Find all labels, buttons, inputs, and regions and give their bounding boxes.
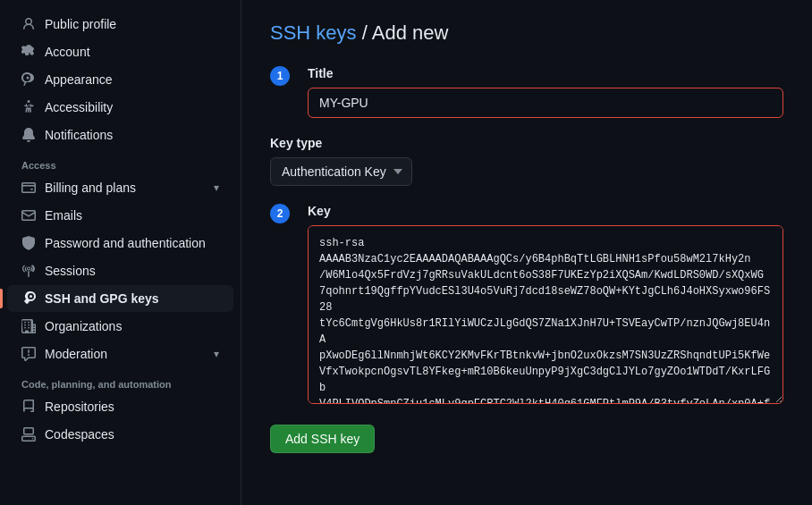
sidebar-item-label: Billing and plans	[45, 181, 136, 195]
report-icon	[21, 347, 36, 361]
title-form-group: 1 Title	[270, 66, 783, 118]
sidebar-item-ssh-gpg[interactable]: SSH and GPG keys	[7, 285, 233, 312]
person-icon	[21, 17, 36, 31]
credit-card-icon	[21, 181, 36, 195]
sidebar-item-label: Notifications	[45, 128, 113, 142]
sidebar-item-label: Organizations	[45, 319, 122, 333]
key-textarea[interactable]: ssh-rsa AAAAB3NzaC1yc2EAAAADAQABAAAgQCs/…	[308, 225, 783, 404]
paintbrush-icon	[21, 72, 36, 87]
step2-indicator: 2	[270, 204, 290, 223]
sidebar-item-label: Sessions	[45, 264, 96, 278]
sidebar-item-sessions[interactable]: Sessions	[7, 257, 233, 284]
sidebar-item-emails[interactable]: Emails	[7, 202, 233, 229]
key-icon	[21, 291, 36, 306]
sidebar-item-label: Accessibility	[45, 100, 113, 114]
code-section-label: Code, planning, and automation	[7, 368, 233, 393]
sidebar-item-account[interactable]: Account	[7, 38, 233, 65]
codespaces-icon	[21, 427, 36, 442]
key-label: Key	[308, 204, 783, 218]
main-content: SSH keys / Add new 1 Title Key type Auth…	[241, 0, 812, 505]
sidebar-item-label: Codespaces	[45, 427, 114, 442]
add-ssh-key-button[interactable]: Add SSH key	[270, 425, 375, 453]
key-form-row: 2 Key ssh-rsa AAAAB3NzaC1yc2EAAAADAQABAA…	[270, 204, 783, 407]
key-type-label: Key type	[270, 136, 783, 150]
title-label: Title	[308, 66, 783, 80]
sidebar-item-label: Repositories	[45, 400, 114, 414]
key-type-form-group: Key type Authentication Key Signing Key	[270, 136, 783, 186]
sidebar-item-codespaces[interactable]: Codespaces	[7, 421, 233, 448]
step1-indicator: 1	[270, 66, 290, 86]
sidebar-item-label: Emails	[45, 208, 82, 223]
sidebar-item-label: Appearance	[45, 72, 113, 87]
sidebar: Public profile Account Appearance Access…	[0, 0, 241, 505]
title-input[interactable]	[308, 88, 783, 118]
sidebar-code-section: Repositories Codespaces	[0, 393, 241, 448]
accessibility-icon	[21, 100, 36, 114]
sidebar-top-section: Public profile Account Appearance Access…	[0, 11, 241, 148]
page-title: SSH keys / Add new	[270, 21, 783, 45]
sidebar-item-label: Moderation	[45, 347, 107, 361]
sidebar-item-organizations[interactable]: Organizations	[7, 313, 233, 340]
shield-icon	[21, 236, 36, 250]
page-header: SSH keys / Add new	[270, 21, 783, 45]
breadcrumb-separator: /	[357, 21, 372, 44]
sidebar-item-public-profile[interactable]: Public profile	[7, 11, 233, 38]
sidebar-item-moderation[interactable]: Moderation ▾	[7, 341, 233, 367]
organization-icon	[21, 319, 36, 333]
broadcast-icon	[21, 264, 36, 278]
repo-icon	[21, 400, 36, 414]
sidebar-item-label: Password and authentication	[45, 236, 206, 250]
mail-icon	[21, 208, 36, 223]
key-type-select[interactable]: Authentication Key Signing Key	[270, 157, 412, 186]
key-input-group: Key ssh-rsa AAAAB3NzaC1yc2EAAAADAQABAAAg…	[308, 204, 783, 407]
sidebar-item-appearance[interactable]: Appearance	[7, 66, 233, 93]
breadcrumb-current: Add new	[372, 21, 449, 44]
gear-icon	[21, 45, 36, 59]
chevron-down-icon-moderation: ▾	[214, 348, 219, 360]
sidebar-item-label: SSH and GPG keys	[45, 291, 159, 306]
title-input-group: Title	[308, 66, 783, 118]
sidebar-item-notifications[interactable]: Notifications	[7, 122, 233, 148]
sidebar-item-label: Account	[45, 45, 90, 59]
key-form-group: 2 Key ssh-rsa AAAAB3NzaC1yc2EAAAADAQABAA…	[270, 204, 783, 407]
sidebar-item-password-auth[interactable]: Password and authentication	[7, 230, 233, 257]
chevron-down-icon: ▾	[214, 181, 219, 194]
title-form-row: 1 Title	[270, 66, 783, 118]
bell-icon	[21, 128, 36, 142]
sidebar-item-accessibility[interactable]: Accessibility	[7, 94, 233, 121]
breadcrumb-link[interactable]: SSH keys	[270, 21, 357, 44]
access-section-label: Access	[7, 149, 233, 174]
sidebar-access-section: Billing and plans ▾ Emails Password and …	[0, 174, 241, 367]
sidebar-item-billing[interactable]: Billing and plans ▾	[7, 174, 233, 201]
sidebar-item-repositories[interactable]: Repositories	[7, 393, 233, 420]
sidebar-item-label: Public profile	[45, 17, 116, 31]
